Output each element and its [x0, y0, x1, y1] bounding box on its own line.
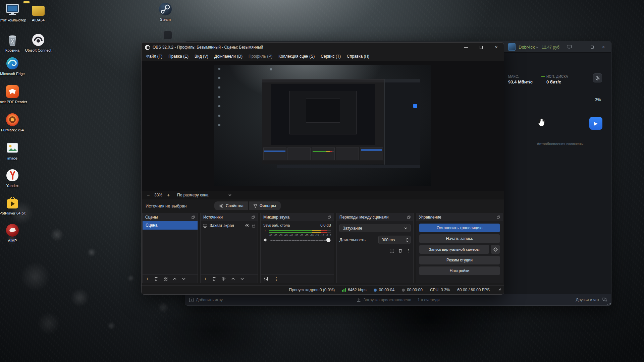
settings-button[interactable]: Настройки	[419, 266, 500, 275]
start-recording-button[interactable]: Начать запись	[419, 234, 500, 243]
menu-docks[interactable]: Док-панели (D)	[211, 53, 246, 60]
menu-view[interactable]: Вид (V)	[192, 53, 211, 60]
source-toolbar: Источник не выбран Свойства Фильтры	[142, 199, 504, 212]
dock-float-icon[interactable]	[252, 216, 255, 219]
close-button[interactable]: ×	[598, 41, 608, 53]
scene-item[interactable]: Сцена	[143, 221, 198, 230]
transition-more-button[interactable]: ⋮	[407, 248, 411, 253]
resize-grip-icon[interactable]	[609, 303, 609, 304]
desktop-icon-steam[interactable]: Steam	[150, 2, 181, 22]
add-source-button[interactable]: +	[204, 277, 207, 281]
mixer-dock-header[interactable]: Микшер звука	[261, 213, 334, 221]
scenes-dock-header[interactable]: Сцены	[143, 213, 198, 221]
source-properties-toolbar-button[interactable]	[222, 277, 226, 281]
resize-grip-icon[interactable]	[498, 291, 498, 291]
disk-usage-stat: ИСП. ДИСКА 0 бит/с	[541, 75, 568, 84]
menu-scene-collection[interactable]: Коллекция сцен (S)	[275, 53, 318, 60]
add-game-button[interactable]: Добавить игру	[189, 298, 223, 302]
sources-dock: Источники Захват экран +	[200, 213, 258, 283]
app-icon	[163, 31, 172, 40]
controls-dock-header[interactable]: Управление	[416, 213, 503, 221]
maximize-button[interactable]	[474, 43, 489, 52]
dock-float-icon[interactable]	[497, 216, 500, 219]
mixer-settings-button[interactable]	[264, 277, 268, 281]
duration-input[interactable]: 300 ms	[378, 236, 411, 244]
stop-streaming-button[interactable]: Остановить трансляцию	[419, 224, 500, 232]
obs-logo-icon	[145, 45, 150, 50]
transitions-dock-header[interactable]: Переходы между сценами	[337, 213, 413, 221]
spin-down-icon[interactable]	[406, 240, 409, 242]
close-icon: ×	[602, 44, 605, 50]
scene-move-down-button[interactable]	[182, 278, 185, 280]
dock-float-icon[interactable]	[407, 216, 411, 219]
stream-status-icon	[374, 289, 377, 292]
fps-status: 60.00 / 60.00 FPS	[457, 288, 490, 292]
transition-selected: Затухание	[343, 226, 362, 231]
desktop-icon-furmark[interactable]: FurMark2 x64	[0, 113, 28, 132]
eye-visibility-icon[interactable]	[245, 224, 250, 227]
desktop-icon-ubisoft-connect[interactable]: Ubisoft Connect	[23, 33, 54, 53]
source-move-down-button[interactable]	[240, 278, 244, 280]
zoom-out-button[interactable]: −	[145, 192, 152, 198]
menu-tools[interactable]: Сервис (T)	[318, 53, 344, 60]
lock-icon[interactable]	[252, 224, 255, 228]
resume-download-button[interactable]: ▶	[589, 117, 602, 130]
start-virtual-camera-button[interactable]: Запуск виртуальной камеры	[419, 245, 489, 254]
minimize-button[interactable]	[459, 43, 474, 52]
close-button[interactable]: ×	[489, 43, 504, 52]
source-move-up-button[interactable]	[231, 278, 235, 280]
add-scene-button[interactable]: +	[146, 277, 149, 281]
desktop-icon-aimp[interactable]: AIMP	[0, 223, 28, 243]
dock-float-icon[interactable]	[328, 216, 331, 219]
zoom-in-button[interactable]: +	[165, 192, 172, 198]
add-transition-button[interactable]	[390, 249, 394, 253]
steam-wallet-balance[interactable]: 12,47 руб	[542, 45, 559, 50]
mixer-channel-menu[interactable]: ⋮	[263, 230, 267, 236]
menu-file[interactable]: Файл (F)	[143, 53, 165, 60]
source-filters-button[interactable]: Фильтры	[249, 201, 281, 210]
volume-slider-knob[interactable]	[326, 238, 330, 242]
desktop-icon-potplayer[interactable]: PotPlayer 64 bit	[0, 196, 28, 216]
source-properties-button[interactable]: Свойства	[214, 201, 248, 210]
desktop-icon-foxit-pdf[interactable]: Foxit PDF Reader	[0, 84, 28, 104]
preview-canvas[interactable]	[214, 65, 431, 186]
mouse-cursor-hand-icon	[537, 117, 545, 127]
display-capture-icon	[203, 224, 207, 228]
download-status[interactable]: Загрузка приостановлена — 1 в очереди	[357, 298, 439, 302]
desktop-icon-yandex[interactable]: Yandex	[0, 168, 28, 188]
spin-up-icon[interactable]	[406, 238, 409, 240]
menu-help[interactable]: Справка (H)	[344, 53, 372, 60]
obs-titlebar[interactable]: OBS 32.0.2 - Профиль: Безымянный - Сцены…	[142, 43, 504, 52]
chevron-down-icon[interactable]	[536, 47, 539, 48]
menu-profile[interactable]: Профиль (P)	[246, 53, 275, 60]
minimize-icon	[464, 47, 468, 48]
steam-username[interactable]: Dobr4ck	[519, 45, 535, 50]
scene-move-up-button[interactable]	[173, 278, 176, 280]
transition-select[interactable]: Затухание	[339, 224, 411, 232]
scene-grid-mode-button[interactable]	[164, 277, 167, 281]
remove-scene-button[interactable]	[154, 277, 158, 281]
friends-and-chat-button[interactable]: Друзья и чат	[576, 298, 607, 302]
virtual-camera-settings-button[interactable]	[491, 245, 500, 254]
desktop-icon-image[interactable]: image	[0, 141, 28, 161]
sources-dock-header[interactable]: Источники	[201, 213, 258, 221]
source-item[interactable]: Захват экран	[201, 221, 258, 230]
desktop-icon-unlabeled[interactable]	[161, 31, 174, 41]
mixer-more-button[interactable]: ⋮	[274, 277, 279, 281]
menu-edit[interactable]: Правка (E)	[165, 53, 192, 60]
minimize-button[interactable]	[576, 41, 586, 53]
steam-avatar[interactable]	[508, 43, 516, 51]
download-settings-button[interactable]	[593, 73, 602, 82]
maximize-button[interactable]	[587, 41, 597, 53]
mixer-channel-name: Звук раб. стола	[263, 223, 290, 227]
zoom-fit-select[interactable]: По размеру окна	[174, 192, 234, 198]
dock-float-icon[interactable]	[192, 216, 195, 219]
studio-mode-button[interactable]: Режим студии	[419, 256, 500, 264]
remove-source-button[interactable]	[212, 277, 216, 281]
desktop-icon-microsoft-edge[interactable]: Microsoft Edge	[0, 56, 28, 76]
speaker-icon[interactable]	[263, 238, 268, 242]
volume-slider[interactable]	[270, 240, 331, 241]
desktop-icon-aida64[interactable]: AIDA64	[23, 3, 54, 22]
remove-transition-button[interactable]	[398, 249, 402, 253]
big-picture-icon[interactable]	[564, 41, 574, 53]
